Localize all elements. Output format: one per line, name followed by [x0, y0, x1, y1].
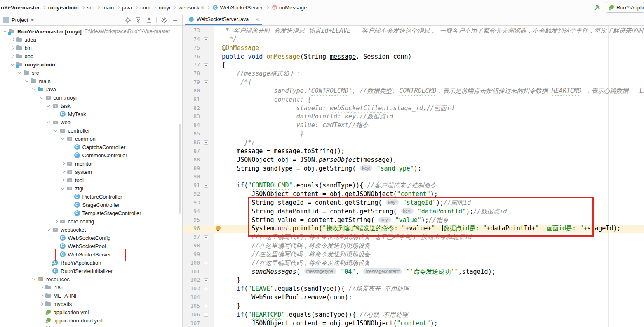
tree-item-websocketconfig[interactable]: CWebSocketConfig: [0, 234, 182, 242]
fold-marker-icon[interactable]: [204, 235, 208, 239]
tree-item-mybatis[interactable]: mybatis: [0, 300, 182, 308]
tree-item-ruoyi-admin[interactable]: ruoyi-admin: [0, 60, 182, 69]
chevron-right-icon[interactable]: [53, 218, 59, 225]
hide-panel-icon[interactable]: [171, 17, 178, 24]
code-line-80[interactable]: sandType:'CONTROLCMD', //数据类型: CONTROLCM…: [214, 87, 644, 95]
code-line-91[interactable]: if("CONTROLCMD".equals(sandType)){ //客户端…: [214, 181, 644, 190]
tree-item-tool[interactable]: tool: [0, 176, 182, 184]
tree-item-java[interactable]: java: [0, 85, 182, 93]
fold-marker-icon[interactable]: [204, 184, 208, 188]
code-line-86[interactable]: }*/: [214, 138, 644, 147]
chevron-down-icon[interactable]: [16, 69, 23, 76]
tree-item-ruoyi-vue-master-ruoyi-[interactable]: RuoYi-Vue-master [ruoyi]E:\IdeaWorkspace…: [0, 27, 182, 36]
fold-marker-icon[interactable]: [204, 80, 208, 84]
breadcrumb-item-onmessage[interactable]: monMessage: [271, 4, 307, 11]
project-dropdown-caret[interactable]: [31, 19, 34, 21]
fold-marker-icon[interactable]: [204, 287, 208, 291]
locate-file-icon[interactable]: [124, 17, 131, 24]
breadcrumb-item-websocket[interactable]: websocket: [179, 5, 204, 11]
fold-marker-icon[interactable]: [204, 313, 208, 317]
breadcrumb-item-websocketserver[interactable]: CWebSocketServer: [212, 4, 263, 11]
fold-marker-icon[interactable]: [204, 304, 208, 308]
tree-item-.idea[interactable]: .idea: [0, 36, 182, 44]
chevron-right-icon[interactable]: [9, 45, 16, 51]
tree-item-web[interactable]: web: [0, 118, 182, 126]
tree-item-mytask[interactable]: CMyTask: [0, 110, 182, 118]
tree-item-picturecontroller[interactable]: CPictureController: [0, 192, 182, 201]
code-line-84[interactable]: value: cmdText//指令: [214, 121, 644, 130]
code-line-79[interactable]: /*{: [214, 78, 644, 87]
code-line-101[interactable]: sendMessages( messagetype: "04", message…: [214, 268, 644, 276]
breadcrumb-item-oyi-vue-master[interactable]: oYi-Vue-master: [1, 5, 40, 11]
chevron-right-icon[interactable]: [9, 36, 16, 43]
code-line-103[interactable]: if("LEAVE".equals(sandType)){ //场景离开 不用处…: [214, 284, 644, 293]
tree-item-src[interactable]: src: [0, 69, 182, 77]
fold-marker-icon[interactable]: [204, 63, 208, 67]
tree-item-com.ruoyi[interactable]: com.ruoyi: [0, 93, 182, 102]
tree-item-ztgl[interactable]: ztgl: [0, 184, 182, 192]
breadcrumb-item-com[interactable]: com: [140, 5, 150, 11]
breadcrumb-item-main[interactable]: main: [102, 5, 114, 11]
code-line-99[interactable]: //在这里编写代码，将命令发送到现场设备: [214, 250, 644, 259]
tree-item-i18n[interactable]: i18n: [0, 283, 182, 291]
tree-item-application-druid.yml[interactable]: application-druid.yml: [0, 316, 182, 325]
chevron-down-icon[interactable]: [60, 135, 66, 142]
code-line-78[interactable]: //message格式如下：: [214, 69, 644, 78]
code-line-88[interactable]: JSONObject obj = JSON.parseObject(messag…: [214, 156, 644, 164]
breadcrumb-item-ruoyi[interactable]: ruoyi: [159, 5, 170, 11]
tree-item-captchacontroller[interactable]: CCaptchaController: [0, 143, 182, 151]
tree-item-stagecontroller[interactable]: CStageController: [0, 201, 182, 209]
chevron-down-icon[interactable]: [45, 226, 52, 233]
tree-item-monitor[interactable]: monitor: [0, 159, 182, 168]
code-line-76[interactable]: public void onMessage(String message, Se…: [214, 52, 644, 61]
fold-marker-icon[interactable]: [204, 278, 208, 282]
chevron-right-icon[interactable]: [38, 292, 45, 299]
chevron-down-icon[interactable]: [9, 61, 16, 68]
code-area[interactable]: * 客户端离开时 会发送消息 场景id+LEAVE 客户端不会发送这个消息， 一…: [214, 26, 644, 327]
code-line-107[interactable]: JSONObject content = obj.getJSONObject("…: [214, 319, 644, 327]
code-line-81[interactable]: content: {: [214, 95, 644, 104]
chevron-down-icon[interactable]: [31, 86, 38, 92]
code-line-83[interactable]: dataPointId: key,//数据点id: [214, 112, 644, 121]
breadcrumb-item-src[interactable]: src: [87, 5, 94, 11]
fold-marker-icon[interactable]: [204, 140, 208, 145]
code-line-100[interactable]: //在这里编写代码，将命令发送到现场设备: [214, 259, 644, 268]
settings-gear-icon[interactable]: [160, 17, 167, 24]
code-line-106[interactable]: if("HEARTCMD".equals(sandType)){ //心跳 不用…: [214, 310, 644, 319]
chevron-down-icon[interactable]: [45, 119, 52, 126]
build-hammer-icon[interactable]: [593, 4, 600, 11]
chevron-down-icon[interactable]: [60, 185, 66, 192]
tree-item-system[interactable]: system: [0, 168, 182, 176]
code-line-75[interactable]: @OnMessage: [214, 44, 644, 52]
code-line-74[interactable]: */: [214, 35, 644, 44]
tree-item-controller[interactable]: controller: [0, 126, 182, 135]
fold-marker-icon[interactable]: [204, 261, 208, 265]
tree-item-commoncontroller[interactable]: CCommonController: [0, 151, 182, 159]
chevron-right-icon[interactable]: [60, 168, 66, 175]
tree-item-task[interactable]: task: [0, 102, 182, 110]
code-line-77[interactable]: {: [214, 61, 644, 69]
collapse-all-icon[interactable]: [146, 17, 153, 24]
chevron-down-icon[interactable]: [31, 276, 38, 282]
run-configuration-select[interactable]: RuoYiApplic: [606, 2, 644, 13]
code-line-89[interactable]: String sandType = obj.getString( key: "s…: [214, 164, 644, 173]
code-line-87[interactable]: message = message.toString();: [214, 147, 644, 156]
tree-item-bin[interactable]: bin: [0, 44, 182, 52]
code-line-90[interactable]: [214, 173, 644, 181]
tree-item-banner.txt[interactable]: banner.txt: [0, 325, 182, 327]
tree-item-main[interactable]: main: [0, 77, 182, 85]
code-line-104[interactable]: WebSocketPool.remove(conn);: [214, 293, 644, 302]
tree-item-websocket[interactable]: websocket: [0, 225, 182, 234]
code-line-85[interactable]: }: [214, 130, 644, 138]
chevron-right-icon[interactable]: [60, 177, 66, 183]
tree-item-resources[interactable]: resources: [0, 275, 182, 283]
code-editor[interactable]: 7374757677787980818283848586878889909192…: [183, 26, 644, 327]
breadcrumb-item-java[interactable]: java: [122, 5, 132, 11]
code-line-98[interactable]: //在这里编写代码，将命令发送到现场设备: [214, 242, 644, 250]
code-line-82[interactable]: stageId: webSocketClilent.stage_id,//画面i…: [214, 104, 644, 113]
tree-scrollbar[interactable]: [179, 124, 181, 214]
chevron-down-icon[interactable]: [45, 102, 52, 109]
tree-item-ruoyiservletinitializer[interactable]: CRuoYiServletInitializer: [0, 267, 182, 275]
tree-item-common[interactable]: common: [0, 135, 182, 143]
chevron-right-icon[interactable]: [38, 301, 45, 307]
